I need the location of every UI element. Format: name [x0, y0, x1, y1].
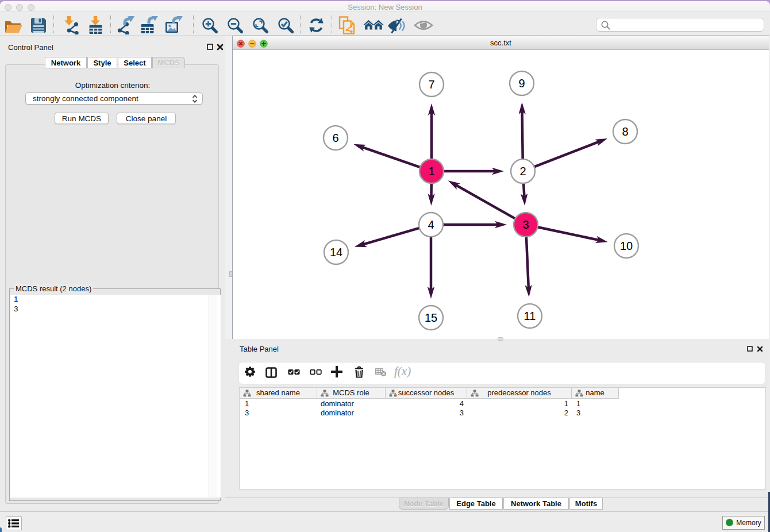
svg-text:1: 1 [428, 165, 434, 178]
svg-text:11: 11 [524, 310, 536, 322]
svg-text:6: 6 [332, 132, 338, 144]
svg-text:4: 4 [428, 218, 434, 231]
svg-text:14: 14 [330, 246, 342, 259]
svg-text:10: 10 [620, 240, 633, 252]
svg-text:15: 15 [425, 311, 437, 324]
svg-text:7: 7 [428, 78, 434, 91]
svg-text:8: 8 [622, 125, 628, 138]
svg-text:9: 9 [518, 77, 525, 90]
svg-text:3: 3 [522, 218, 529, 231]
svg-text:2: 2 [519, 165, 526, 178]
